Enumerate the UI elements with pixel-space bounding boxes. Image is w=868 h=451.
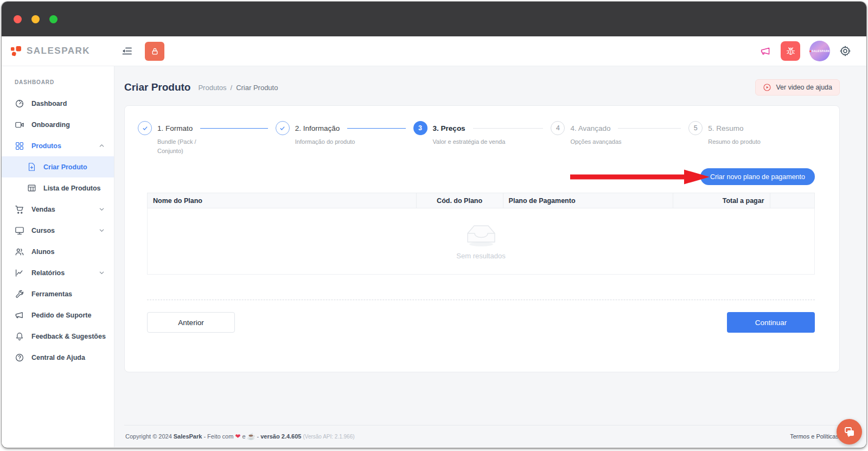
column-cod-do-plano: Cód. do Plano	[416, 193, 503, 208]
empty-inbox-icon	[463, 223, 499, 247]
sidebar-item-dashboard[interactable]: Dashboard	[2, 93, 114, 114]
sidebar-item-central-de-ajuda[interactable]: Central de Ajuda	[2, 347, 114, 368]
menu-collapse-icon	[121, 45, 133, 57]
dashed-divider	[147, 300, 815, 300]
sidebar-item-feedback-sugestoes[interactable]: Feedback & Sugestões	[2, 326, 114, 347]
user-avatar[interactable]: SALESPARK	[809, 41, 830, 61]
product-list-icon	[27, 183, 36, 193]
sales-cart-icon	[15, 205, 24, 214]
step-title: 2. Informação	[295, 124, 340, 132]
stepper-step-precos[interactable]: 3 3. Preços Valor e estratégia de venda	[413, 121, 551, 155]
footer-brand: SalesPark	[174, 433, 202, 440]
previous-step-button[interactable]: Anterior	[147, 312, 235, 333]
sidebar-item-onboarding[interactable]: Onboarding	[2, 114, 114, 135]
stepper-step-informacao[interactable]: 2. Informação Informação do produto	[276, 121, 413, 155]
sidebar-item-label: Pedido de Suporte	[31, 312, 91, 319]
dashboard-icon	[15, 99, 24, 109]
column-nome-do-plano: Nome do Plano	[148, 193, 417, 208]
chevron-down-icon	[99, 227, 105, 233]
sidebar: DASHBOARD Dashboard Onboarding Produtos	[2, 66, 114, 447]
step-connector	[347, 128, 405, 129]
onboarding-icon	[15, 120, 24, 130]
sidebar-item-ferramentas[interactable]: Ferramentas	[2, 283, 114, 304]
megaphone-icon	[760, 46, 771, 57]
sidebar-item-lista-de-produtos[interactable]: Lista de Produtos	[2, 177, 114, 199]
step-todo-circle: 5	[688, 121, 703, 135]
chevron-up-icon	[99, 143, 105, 149]
breadcrumb-produtos[interactable]: Produtos	[198, 84, 226, 92]
products-icon	[15, 141, 24, 151]
main-content: Criar Produto Produtos / Criar Produto V…	[114, 66, 866, 447]
announcements-button[interactable]	[760, 46, 771, 57]
chevron-down-icon	[99, 270, 105, 276]
lock-button[interactable]	[145, 42, 164, 61]
sidebar-item-cursos[interactable]: Cursos	[2, 220, 114, 241]
step-connector	[200, 128, 268, 129]
sidebar-item-label: Produtos	[31, 142, 61, 150]
step-subtitle: Bundle (Pack / Conjunto)	[157, 137, 216, 155]
sidebar-item-label: Vendas	[31, 206, 55, 213]
sidebar-item-label: Cursos	[31, 227, 55, 234]
payment-plans-table: Nome do Plano Cód. do Plano Plano de Pag…	[147, 193, 815, 275]
help-video-button[interactable]: Ver video de ajuda	[755, 79, 840, 96]
students-icon	[15, 247, 24, 257]
sidebar-item-alunos[interactable]: Alunos	[2, 241, 114, 262]
continue-button[interactable]: Continuar	[727, 312, 815, 333]
sidebar-item-label: Lista de Produtos	[43, 185, 101, 192]
tools-wrench-icon	[15, 289, 24, 299]
empty-state-text: Sem resultados	[148, 252, 814, 260]
chat-fab-button[interactable]	[837, 419, 862, 444]
step-subtitle: Opções avançadas	[570, 137, 657, 147]
avatar-label: SALESPARK	[812, 49, 830, 53]
coffee-icon: ☕	[247, 433, 256, 440]
sidebar-item-produtos[interactable]: Produtos	[2, 135, 114, 156]
chat-bubbles-icon	[843, 425, 856, 439]
footer-copyright: Copyright © 2024SalesPark- Feito com❤e☕-…	[125, 433, 356, 440]
sidebar-item-label: Dashboard	[31, 100, 67, 107]
avatar-brand-dot	[809, 50, 811, 52]
sidebar-item-pedido-de-suporte[interactable]: Pedido de Suporte	[2, 304, 114, 326]
stepper-step-formato[interactable]: 1. Formato Bundle (Pack / Conjunto)	[138, 121, 276, 155]
courses-icon	[15, 226, 24, 236]
step-title: 5. Resumo	[708, 124, 743, 132]
table-header-row: Nome do Plano Cód. do Plano Plano de Pag…	[148, 193, 815, 208]
sidebar-item-vendas[interactable]: Vendas	[2, 199, 114, 220]
stepper-step-resumo[interactable]: 5 5. Resumo Resumo do produto	[688, 121, 826, 155]
check-icon	[279, 125, 286, 132]
sidebar-item-label: Alunos	[31, 248, 54, 256]
app-window: SALESPARK	[2, 2, 866, 448]
create-payment-plan-button[interactable]: Criar novo plano de pagamento	[700, 168, 815, 185]
minimize-window-button[interactable]	[31, 15, 40, 23]
column-total-a-pagar: Total a pagar	[673, 193, 770, 208]
sidebar-item-criar-produto[interactable]: Criar Produto	[2, 156, 114, 177]
play-circle-icon	[763, 83, 771, 92]
sidebar-item-label: Central de Ajuda	[31, 354, 85, 361]
salespark-logo-icon	[10, 45, 22, 57]
dash-text: -	[257, 433, 259, 440]
column-plano-de-pagamento: Plano de Pagamento	[503, 193, 673, 208]
step-title: 3. Preços	[433, 124, 465, 132]
sidebar-collapse-button[interactable]	[121, 45, 133, 57]
close-window-button[interactable]	[14, 15, 22, 23]
sidebar-item-label: Relatórios	[31, 269, 65, 277]
empty-state-row: Sem resultados	[148, 208, 815, 275]
sidebar-item-relatorios[interactable]: Relatórios	[2, 262, 114, 283]
step-subtitle: Valor e estratégia de venda	[433, 137, 520, 147]
appbar: SALESPARK	[2, 36, 866, 66]
feedback-bell-icon	[15, 332, 24, 341]
sidebar-item-label: Feedback & Sugestões	[31, 333, 106, 340]
made-with-text: - Feito com	[203, 433, 233, 440]
step-subtitle: Informação do produto	[295, 137, 382, 147]
terms-link[interactable]: Termos e Políticas	[790, 433, 839, 440]
step-connector	[618, 128, 681, 129]
step-connector	[473, 128, 544, 129]
create-product-icon	[27, 162, 36, 171]
stepper-step-avancado[interactable]: 4 4. Avançado Opções avançadas	[551, 121, 688, 155]
help-video-label: Ver video de ajuda	[776, 84, 832, 91]
zoom-window-button[interactable]	[49, 15, 58, 23]
footer: Copyright © 2024SalesPark- Feito com❤e☕-…	[124, 425, 840, 440]
report-bug-button[interactable]	[781, 41, 800, 61]
breadcrumb: Produtos / Criar Produto	[198, 84, 278, 92]
settings-button[interactable]	[839, 45, 851, 57]
salespark-logo[interactable]: SALESPARK	[10, 45, 118, 57]
